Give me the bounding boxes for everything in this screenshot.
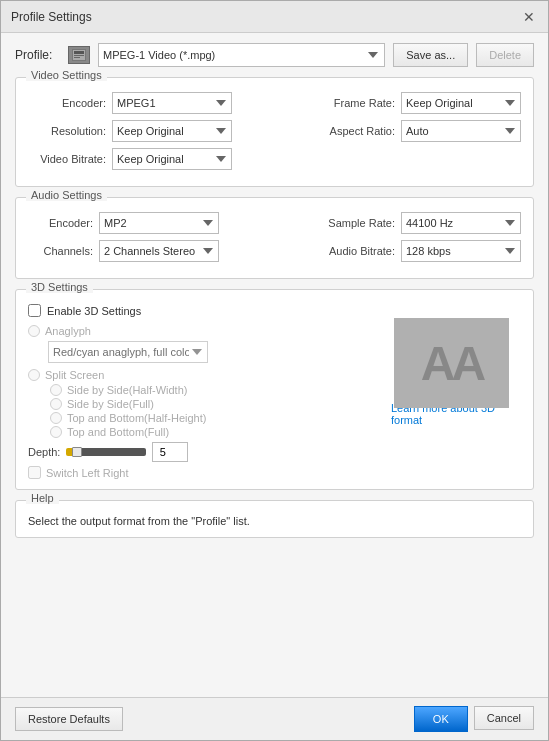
profile-label: Profile: (15, 48, 60, 62)
video-bitrate-label: Video Bitrate: (28, 153, 106, 165)
help-body: Select the output format from the "Profi… (16, 501, 533, 537)
anaglyph-select-row: Red/cyan anaglyph, full color (48, 341, 391, 363)
dialog-title: Profile Settings (11, 10, 92, 24)
anaglyph-radio[interactable] (28, 325, 40, 337)
svg-rect-2 (74, 51, 84, 54)
preview-box: AA (394, 318, 509, 408)
depth-row: Depth: (28, 442, 391, 462)
resolution-label: Resolution: (28, 125, 106, 137)
close-button[interactable]: ✕ (520, 8, 538, 26)
audio-encoder-label: Encoder: (28, 217, 93, 229)
help-text: Select the output format from the "Profi… (28, 515, 250, 527)
footer-right-buttons: OK Cancel (414, 706, 534, 732)
audio-row-1: Encoder: MP2 Sample Rate: 44100 Hz (28, 212, 521, 234)
audio-encoder-select[interactable]: MP2 (99, 212, 219, 234)
dialog-footer: Restore Defaults OK Cancel (1, 697, 548, 740)
svg-rect-3 (74, 55, 84, 56)
switch-left-right-checkbox[interactable] (28, 466, 41, 479)
top-bottom-half-label: Top and Bottom(Half-Height) (67, 412, 206, 424)
audio-settings-title: Audio Settings (26, 189, 107, 201)
slider-thumb (72, 447, 82, 457)
video-row-1: Encoder: MPEG1 Frame Rate: Keep Original (28, 92, 521, 114)
sample-rate-select[interactable]: 44100 Hz (401, 212, 521, 234)
svg-rect-4 (74, 57, 80, 58)
enable-3d-label[interactable]: Enable 3D Settings (47, 305, 141, 317)
cancel-button[interactable]: Cancel (474, 706, 534, 730)
profile-select[interactable]: MPEG-1 Video (*.mpg) (98, 43, 385, 67)
top-bottom-full-row: Top and Bottom(Full) (50, 426, 391, 438)
audio-bitrate-label: Audio Bitrate: (319, 245, 395, 257)
audio-settings-body: Encoder: MP2 Sample Rate: 44100 Hz Chann… (16, 198, 533, 278)
video-settings-body: Encoder: MPEG1 Frame Rate: Keep Original… (16, 78, 533, 186)
split-screen-row: Split Screen (28, 369, 391, 381)
enable-3d-row: Enable 3D Settings (28, 304, 391, 317)
three-d-right: AA Learn more about 3D format (391, 304, 521, 479)
switch-left-right-label: Switch Left Right (46, 467, 129, 479)
three-d-settings-section: 3D Settings Enable 3D Settings Anaglyph (15, 289, 534, 490)
anaglyph-label: Anaglyph (45, 325, 91, 337)
side-by-side-half-row: Side by Side(Half-Width) (50, 384, 391, 396)
channels-label: Channels: (28, 245, 93, 257)
side-by-side-full-label: Side by Side(Full) (67, 398, 154, 410)
dialog: Profile Settings ✕ Profile: MPEG-1 Video… (0, 0, 549, 741)
top-bottom-half-row: Top and Bottom(Half-Height) (50, 412, 391, 424)
side-by-side-full-row: Side by Side(Full) (50, 398, 391, 410)
anaglyph-row: Anaglyph (28, 325, 391, 337)
save-as-button[interactable]: Save as... (393, 43, 468, 67)
video-row-3: Video Bitrate: Keep Original (28, 148, 521, 170)
sample-rate-label: Sample Rate: (319, 217, 395, 229)
delete-button[interactable]: Delete (476, 43, 534, 67)
resolution-select[interactable]: Keep Original (112, 120, 232, 142)
top-bottom-half-radio[interactable] (50, 412, 62, 424)
audio-row-2: Channels: 2 Channels Stereo Audio Bitrat… (28, 240, 521, 262)
side-by-side-half-radio[interactable] (50, 384, 62, 396)
audio-settings-section: Audio Settings Encoder: MP2 Sample Rate:… (15, 197, 534, 279)
ok-button[interactable]: OK (414, 706, 468, 732)
video-bitrate-select[interactable]: Keep Original (112, 148, 232, 170)
frame-rate-label: Frame Rate: (325, 97, 395, 109)
anaglyph-select[interactable]: Red/cyan anaglyph, full color (48, 341, 208, 363)
split-screen-suboptions: Side by Side(Half-Width) Side by Side(Fu… (50, 384, 391, 438)
video-settings-section: Video Settings Encoder: MPEG1 Frame Rate… (15, 77, 534, 187)
side-by-side-half-label: Side by Side(Half-Width) (67, 384, 187, 396)
preview-text: AA (421, 336, 482, 391)
three-d-layout: Enable 3D Settings Anaglyph Red/cyan ana… (28, 304, 521, 479)
video-row-2: Resolution: Keep Original Aspect Ratio: … (28, 120, 521, 142)
enable-3d-checkbox[interactable] (28, 304, 41, 317)
help-section: Help Select the output format from the "… (15, 500, 534, 538)
encoder-label: Encoder: (28, 97, 106, 109)
three-d-settings-body: Enable 3D Settings Anaglyph Red/cyan ana… (16, 290, 533, 489)
aspect-ratio-select[interactable]: Auto (401, 120, 521, 142)
dialog-content: Profile: MPEG-1 Video (*.mpg) Save as...… (1, 33, 548, 697)
three-d-settings-title: 3D Settings (26, 281, 93, 293)
three-d-left: Enable 3D Settings Anaglyph Red/cyan ana… (28, 304, 391, 479)
aspect-ratio-label: Aspect Ratio: (325, 125, 395, 137)
depth-label: Depth: (28, 446, 60, 458)
top-bottom-full-radio[interactable] (50, 426, 62, 438)
video-settings-title: Video Settings (26, 69, 107, 81)
profile-icon (68, 46, 90, 64)
side-by-side-full-radio[interactable] (50, 398, 62, 410)
frame-rate-select[interactable]: Keep Original (401, 92, 521, 114)
switch-left-right-row: Switch Left Right (28, 466, 391, 479)
profile-row: Profile: MPEG-1 Video (*.mpg) Save as...… (15, 43, 534, 67)
encoder-select[interactable]: MPEG1 (112, 92, 232, 114)
split-screen-label: Split Screen (45, 369, 104, 381)
depth-slider[interactable] (66, 448, 146, 456)
top-bottom-full-label: Top and Bottom(Full) (67, 426, 169, 438)
restore-defaults-button[interactable]: Restore Defaults (15, 707, 123, 731)
title-bar: Profile Settings ✕ (1, 1, 548, 33)
split-screen-radio[interactable] (28, 369, 40, 381)
depth-input[interactable] (152, 442, 188, 462)
help-title: Help (26, 492, 59, 504)
channels-select[interactable]: 2 Channels Stereo (99, 240, 219, 262)
audio-bitrate-select[interactable]: 128 kbps (401, 240, 521, 262)
